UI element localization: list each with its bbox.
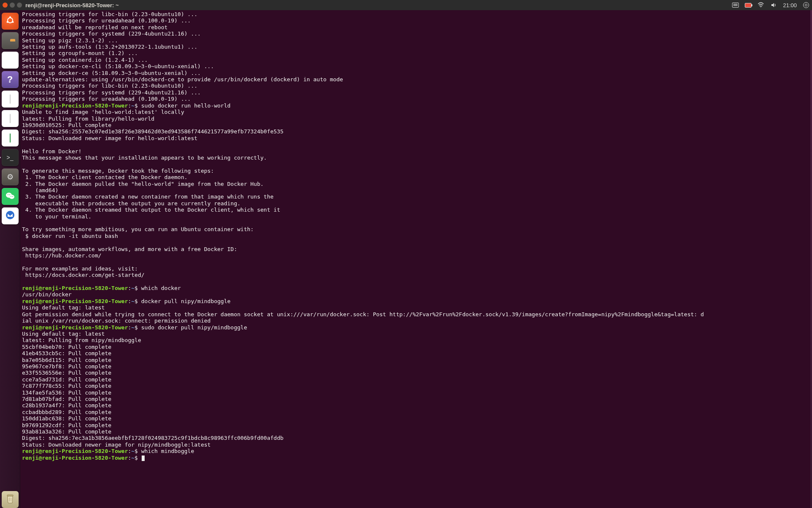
writer-icon	[10, 95, 11, 104]
calc-icon	[10, 134, 11, 143]
gear-icon[interactable]	[803, 2, 809, 8]
terminal-icon: >_	[7, 154, 14, 161]
svg-point-7	[9, 194, 10, 195]
trash-icon	[6, 494, 14, 506]
launcher-files[interactable]	[2, 32, 19, 49]
terminal[interactable]: Processing triggers for libc-bin (2.23-0…	[20, 10, 812, 508]
launcher-help[interactable]: ?	[2, 71, 19, 88]
svg-point-6	[8, 194, 8, 195]
help-icon: ?	[7, 74, 13, 85]
ubuntu-icon	[5, 16, 15, 27]
svg-point-10	[6, 211, 14, 219]
thunderbird-icon	[5, 210, 15, 222]
launcher-trash[interactable]	[2, 491, 19, 508]
impress-icon	[10, 114, 11, 123]
keyboard-indicator-icon[interactable]	[732, 2, 739, 8]
minimize-icon[interactable]	[10, 3, 15, 8]
launcher-dash[interactable]	[2, 13, 19, 30]
launcher-chromium[interactable]	[2, 52, 19, 69]
settings-icon: ⚙	[7, 172, 14, 182]
svg-point-3	[12, 21, 14, 23]
wifi-icon[interactable]	[757, 2, 764, 8]
maximize-icon[interactable]	[17, 3, 22, 8]
launcher-calc[interactable]	[2, 130, 19, 146]
launcher-impress[interactable]	[2, 110, 19, 127]
menubar: renji@renji-Precision-5820-Tower: ~ 21:0…	[0, 0, 812, 10]
sound-icon[interactable]	[770, 2, 777, 8]
menubar-indicators: 21:00	[732, 2, 809, 8]
launcher-thunderbird[interactable]	[2, 207, 19, 224]
cursor	[142, 456, 145, 461]
window-title: renji@renji-Precision-5820-Tower: ~	[25, 2, 119, 8]
svg-point-5	[9, 195, 14, 199]
svg-point-8	[11, 196, 11, 197]
svg-point-0	[8, 18, 13, 23]
battery-icon[interactable]	[745, 2, 752, 8]
svg-point-9	[12, 196, 13, 197]
svg-rect-11	[7, 495, 13, 496]
launcher: ? >_ ⚙	[0, 10, 20, 508]
launcher-wechat[interactable]	[2, 188, 19, 205]
launcher-writer[interactable]	[2, 91, 19, 108]
launcher-settings[interactable]: ⚙	[2, 168, 19, 185]
clock[interactable]: 21:00	[783, 2, 797, 8]
wechat-icon	[5, 192, 15, 201]
launcher-terminal[interactable]: >_	[2, 149, 19, 166]
window-controls	[3, 3, 22, 8]
close-icon[interactable]	[3, 3, 8, 8]
svg-point-1	[9, 16, 11, 18]
svg-point-2	[6, 21, 8, 23]
